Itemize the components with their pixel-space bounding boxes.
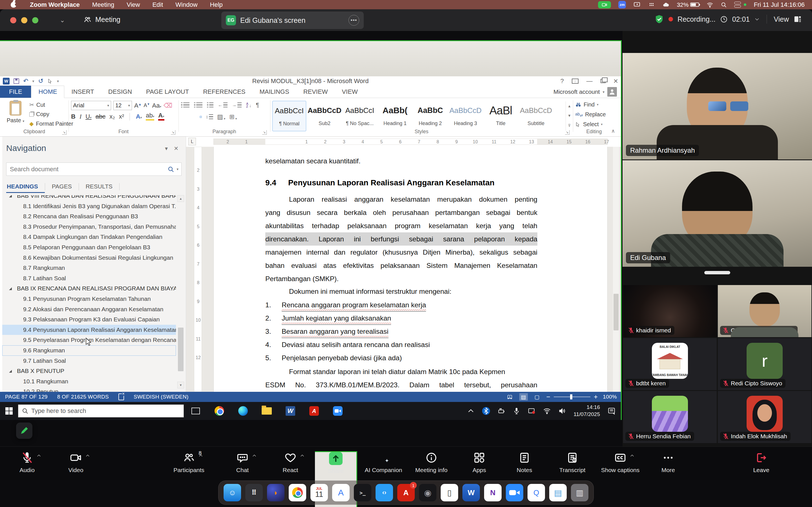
microsoft-account[interactable]: Microsoft account▾ — [553, 87, 617, 97]
zoom-icon[interactable] — [326, 402, 350, 420]
font-family-combo[interactable]: Arial▾ — [71, 101, 111, 110]
ribbon-tab[interactable]: MAILINGS — [252, 86, 296, 98]
onenote-icon[interactable]: N — [484, 484, 502, 501]
nav-heading-item[interactable]: 9.6 Rangkuman — [2, 345, 176, 356]
weather-icon[interactable] — [663, 1, 669, 8]
quicktime-icon[interactable]: Q — [527, 484, 545, 501]
video-button[interactable]: Video — [55, 451, 97, 473]
document-page[interactable]: keselamatan secara kuantitatif. 9.4Penyu… — [213, 147, 608, 392]
tabbar-chevron-icon[interactable]: ⌄ — [60, 17, 65, 24]
chevron-up-icon[interactable] — [300, 453, 305, 458]
increase-indent-button[interactable]: → — [232, 103, 242, 108]
hidden-icons-chevron[interactable] — [467, 407, 475, 415]
help-button[interactable]: ? — [560, 77, 564, 85]
ribbon-tab[interactable]: FILE — [0, 86, 31, 98]
participant-tile[interactable]: r Redi Cipto Siswoyo — [718, 338, 811, 390]
language-indicator[interactable]: SWEDISH (SWEDEN) — [134, 394, 189, 400]
notification-center-icon[interactable] — [607, 407, 616, 415]
chrome-icon[interactable] — [207, 402, 231, 420]
music-icon[interactable]: ◉ — [419, 484, 437, 501]
transcript-button[interactable]: Transcript — [551, 451, 594, 473]
apple-menu-icon[interactable] — [11, 2, 16, 8]
menubar-app-name[interactable]: Zoom Workplace — [27, 1, 86, 8]
nav-heading-item[interactable]: 9.7 Latihan Soal — [2, 356, 176, 366]
more-button[interactable]: More — [647, 451, 689, 473]
select-button[interactable]: Select▾ — [575, 121, 606, 128]
styles-scroll-up[interactable]: ▲ — [566, 101, 573, 111]
taskbar-search-input[interactable] — [31, 407, 180, 414]
web-layout-button[interactable]: ▢ — [533, 393, 541, 400]
minimize-window-button[interactable] — [21, 17, 28, 23]
print-layout-button[interactable]: ▤ — [519, 393, 528, 400]
restore-button[interactable] — [601, 79, 606, 83]
nav-heading-item[interactable]: 8.7 Rangkuman — [2, 263, 176, 273]
bullets-button[interactable] — [181, 103, 190, 108]
search-icon[interactable] — [167, 166, 174, 173]
nav-scroll-down[interactable]: ▼ — [177, 382, 184, 388]
proofing-status-icon[interactable] — [118, 393, 124, 400]
horizontal-ruler[interactable]: L 2 1 1234567891011121314151617 — [186, 136, 621, 147]
window-traffic-lights[interactable] — [10, 17, 38, 23]
nav-scroll-up[interactable]: ▲ — [177, 195, 184, 202]
ribbon-display-button[interactable]: ↑ — [572, 78, 578, 83]
word-icon[interactable]: W — [462, 484, 480, 501]
align-center-button[interactable] — [187, 116, 190, 118]
style-cell[interactable]: AaBbCcDSubtitle — [519, 101, 553, 131]
replace-button[interactable]: ab⇄Replace — [575, 111, 606, 118]
recording-label[interactable]: Recording... — [677, 15, 716, 23]
redo-button[interactable]: ↺ — [38, 78, 43, 84]
ai-companion-button[interactable]: AI Companion — [362, 451, 405, 473]
strikethrough-button[interactable]: abc — [96, 113, 105, 120]
camera-in-use-indicator[interactable] — [598, 1, 611, 8]
nav-heading-item[interactable]: 8.2 Rencana dan Realisasi Penggunaan B3 — [2, 211, 176, 222]
cut-button[interactable]: ✂Cut — [29, 101, 73, 108]
nav-heading-item[interactable]: BAB X PENUTUP — [2, 366, 176, 376]
audio-button[interactable]: Audio — [6, 451, 48, 473]
chat-button[interactable]: Chat — [221, 451, 264, 473]
chevron-up-icon[interactable] — [85, 453, 90, 458]
apps-button[interactable]: Apps — [458, 451, 500, 473]
save-button[interactable] — [13, 78, 19, 84]
word-logo-icon[interactable]: W — [3, 78, 10, 84]
participant-tile[interactable]: khaidir ismed — [623, 285, 717, 337]
chevron-up-icon[interactable] — [36, 453, 42, 458]
word-icon[interactable]: W — [278, 402, 302, 420]
styles-scroll-down[interactable]: ▼ — [566, 111, 573, 121]
change-case-button[interactable]: Aa▾ — [152, 102, 161, 109]
superscript-button[interactable]: x² — [119, 113, 124, 120]
tab-selector[interactable]: L — [188, 138, 196, 145]
nav-heading-item[interactable]: 8.6 Kewajiban Dokumentasi Sesuai Regulas… — [2, 252, 176, 263]
meeting-info-button[interactable]: Meeting info — [410, 451, 453, 473]
wifi-icon[interactable] — [707, 1, 713, 8]
paragraph-dialog-launcher[interactable]: ↘ — [262, 130, 267, 135]
justify-button[interactable] — [200, 116, 202, 118]
nav-pane-close-icon[interactable]: ✕ — [174, 145, 179, 152]
screen-mirroring-icon[interactable] — [633, 1, 641, 8]
ribbon-tab[interactable]: REVIEW — [296, 86, 335, 98]
collapse-ribbon-button[interactable]: ∧ — [611, 128, 615, 134]
terminal-icon[interactable]: >_ — [354, 484, 371, 501]
bluetooth-icon[interactable] — [482, 407, 490, 415]
chevron-up-icon[interactable] — [198, 453, 203, 458]
subscript-button[interactable]: x₂ — [109, 113, 115, 120]
search-options-chevron[interactable]: ▾ — [176, 167, 179, 171]
copy-button[interactable]: Copy — [29, 111, 73, 117]
zoom-in-button[interactable]: + — [594, 394, 598, 400]
style-cell[interactable]: AaBbCcDSub2 — [308, 101, 342, 131]
calendar-icon[interactable]: JUL 11 — [310, 484, 328, 501]
nav-heading-item[interactable]: 8.7 Latihan Soal — [2, 273, 176, 284]
timer-chevron-icon[interactable] — [754, 16, 760, 22]
vscode-icon[interactable]: ‹› — [375, 484, 393, 501]
nav-heading-item[interactable]: 9.1 Penyusunan Program Keselamatan Tahun… — [2, 294, 176, 304]
zoom-level[interactable]: 100% — [603, 394, 617, 400]
style-cell[interactable]: AaBlTitle — [484, 101, 518, 131]
panel-resize-handle[interactable] — [704, 271, 730, 274]
zoom-window-button[interactable] — [32, 17, 38, 23]
text-effects-button[interactable]: A▾ — [136, 113, 142, 120]
security-shield-icon[interactable] — [654, 14, 664, 24]
react-button[interactable]: React — [269, 451, 312, 473]
chevron-up-icon[interactable] — [629, 453, 635, 458]
highlight-color-button[interactable]: ab▾ — [146, 113, 154, 121]
bold-button[interactable]: B — [71, 113, 75, 120]
close-button[interactable]: × — [613, 76, 618, 86]
